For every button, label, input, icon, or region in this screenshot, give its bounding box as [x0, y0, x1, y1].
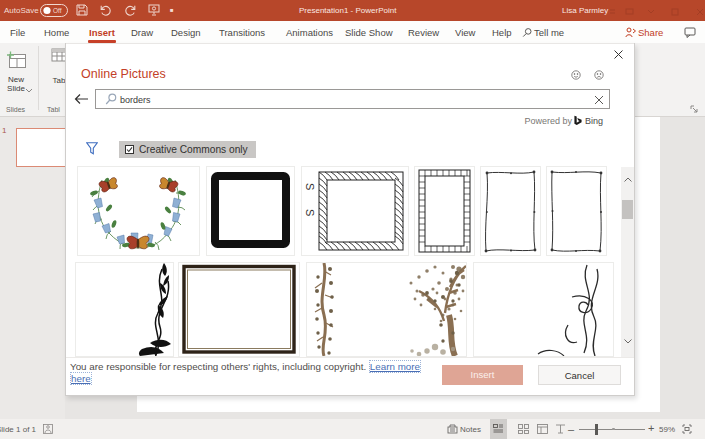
svg-text:S: S	[304, 209, 316, 216]
svg-text:Off: Off	[53, 7, 62, 14]
svg-text:S: S	[304, 183, 316, 190]
